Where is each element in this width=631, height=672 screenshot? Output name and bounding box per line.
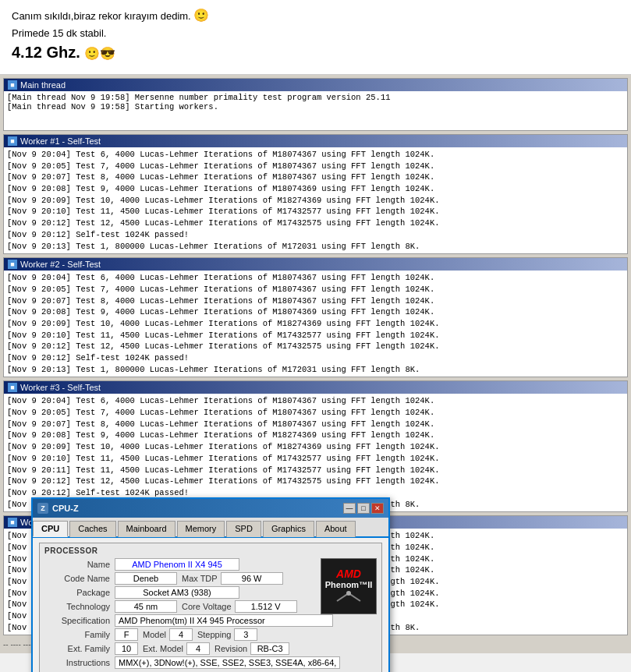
stepping-label: Stepping — [197, 630, 231, 639]
scroll-dots: -- ---- ---- — [3, 640, 34, 649]
worker-2-line: [Nov 9 20:10] Test 11, 4500 Lucas-Lehmer… — [7, 330, 624, 341]
worker-3-line: [Nov 9 20:04] Test 6, 4000 Lucas-Lehmer … — [7, 395, 624, 407]
blog-section: Canım sıkıldı,biraz rekor kırayım dedim.… — [0, 0, 631, 75]
worker-1-line: [Nov 9 20:12] Self-test 1024K passed! — [7, 229, 624, 241]
worker-2-line: [Nov 9 20:04] Test 6, 4000 Lucas-Lehmer … — [7, 272, 624, 284]
stepping-value: 3 — [234, 628, 257, 641]
worker-1-line: [Nov 9 20:12] Test 12, 4500 Lucas-Lehmer… — [7, 218, 624, 229]
worker-3-content: [Nov 9 20:04] Test 6, 4000 Lucas-Lehmer … — [4, 394, 627, 511]
main-thread-line-2: [Main thread Nov 9 19:58] Starting worke… — [7, 102, 624, 111]
worker-2-line: [Nov 9 20:07] Test 8, 4000 Lucas-Lehmer … — [7, 295, 624, 307]
core-voltage-label: Core Voltage — [182, 602, 232, 611]
worker-1-line: [Nov 9 20:05] Test 7, 4000 Lucas-Lehmer … — [7, 161, 624, 172]
tab-caches[interactable]: Caches — [69, 521, 115, 537]
codename-label: Code Name — [44, 574, 115, 583]
worker-2-line: [Nov 9 20:09] Test 10, 4000 Lucas-Lehmer… — [7, 318, 624, 330]
technology-label: Technology — [44, 602, 115, 611]
ghz-text: 4.12 Ghz. — [12, 44, 80, 61]
revision-label: Revision — [214, 644, 247, 653]
ext-model-value: 4 — [186, 642, 210, 655]
name-label: Name — [44, 560, 115, 569]
core-voltage-value: 1.512 V — [235, 600, 297, 613]
emoji-1: 🙂 — [193, 9, 209, 22]
worker-2-titlebar: ■ Worker #2 - Self-Test — [4, 258, 627, 271]
cpuz-icon: Z — [37, 503, 48, 514]
worker-3-line: [Nov 9 20:12] Test 12, 4500 Lucas-Lehmer… — [7, 476, 624, 487]
worker-1-box: ■ Worker #1 - Self-Test [Nov 9 20:04] Te… — [3, 134, 628, 254]
cpuz-tabs: CPU Caches Mainboard Memory SPD Graphics… — [33, 518, 388, 538]
close-button[interactable]: ✕ — [371, 503, 384, 514]
worker-3-titlebar: ■ Worker #3 - Self-Test — [4, 381, 627, 394]
worker-3-line: [Nov 9 20:11] Test 11, 4500 Lucas-Lehmer… — [7, 465, 624, 476]
worker-1-line: [Nov 9 20:04] Test 6, 4000 Lucas-Lehmer … — [7, 149, 624, 161]
worker-3-title: Worker #3 - Self-Test — [20, 383, 101, 392]
worker-2-line: [Nov 9 20:12] Self-test 1024K passed! — [7, 352, 624, 364]
processor-section: Processor Name AMD Phenom II X4 945 Code… — [39, 543, 382, 672]
worker-3-line: [Nov 9 20:08] Test 9, 4000 Lucas-Lehmer … — [7, 430, 624, 441]
blog-title: Canım sıkıldı,biraz rekor kırayım dedim.… — [12, 8, 619, 23]
worker-2-line: [Nov 9 20:08] Test 9, 4000 Lucas-Lehmer … — [7, 306, 624, 318]
worker-1-titlebar: ■ Worker #1 - Self-Test — [4, 135, 627, 147]
cpuz-window-controls[interactable]: — □ ✕ — [343, 503, 384, 514]
worker-1-icon: ■ — [8, 136, 17, 146]
main-thread-titlebar: ■ Main thread — [4, 79, 627, 91]
blog-subtitle: Primede 15 dk stabil. — [12, 27, 619, 39]
worker-3-box: ■ Worker #3 - Self-Test [Nov 9 20:04] Te… — [3, 380, 628, 512]
package-value: Socket AM3 (938) — [115, 586, 239, 599]
instructions-row: Instructions MMX(+), 3DNow!(+), SSE, SSE… — [44, 656, 377, 669]
family-value: F — [115, 628, 138, 641]
worker-1-line: [Nov 9 20:13] Test 1, 800000 Lucas-Lehme… — [7, 241, 624, 253]
main-thread-icon: ■ — [8, 80, 17, 90]
max-tdp-label: Max TDP — [182, 574, 218, 583]
cpuz-titlebar: Z CPU-Z — □ ✕ — [33, 499, 388, 518]
phenom-graphic — [333, 589, 364, 605]
worker-4-icon: ■ — [8, 518, 17, 527]
phenom-ii-text: Phenom™II — [325, 580, 373, 589]
codename-row: Code Name Deneb Max TDP 96 W — [44, 572, 314, 585]
name-value: AMD Phenom II X4 945 — [115, 558, 239, 571]
tab-graphics[interactable]: Graphics — [263, 521, 314, 537]
tab-mainboard[interactable]: Mainboard — [118, 521, 175, 537]
tab-memory[interactable]: Memory — [177, 521, 225, 537]
worker-1-line: [Nov 9 20:07] Test 8, 4000 Lucas-Lehmer … — [7, 172, 624, 183]
name-row: Name AMD Phenom II X4 945 — [44, 558, 314, 571]
cpuz-window: Z CPU-Z — □ ✕ CPU Caches Mainboard Memor… — [31, 497, 390, 672]
model-value: 4 — [169, 628, 193, 641]
codename-value: Deneb — [115, 572, 177, 585]
ext-family-label: Ext. Family — [44, 644, 115, 653]
tab-about[interactable]: About — [316, 521, 356, 537]
specification-value: AMD Phenom(tm) II X4 945 Processor — [115, 614, 333, 627]
tab-spd[interactable]: SPD — [226, 521, 261, 537]
worker-2-line: [Nov 9 20:13] Test 1, 800000 Lucas-Lehme… — [7, 364, 624, 376]
amd-logo: AMD Phenom™II — [321, 558, 377, 614]
specification-label: Specification — [44, 616, 115, 625]
svg-point-0 — [346, 591, 351, 596]
worker-2-line: [Nov 9 20:05] Test 7, 4000 Lucas-Lehmer … — [7, 284, 624, 295]
processor-header: Name AMD Phenom II X4 945 Code Name Dene… — [44, 558, 377, 614]
worker-2-icon: ■ — [8, 260, 17, 269]
ext-family-value: 10 — [115, 642, 138, 655]
worker-2-content: [Nov 9 20:04] Test 6, 4000 Lucas-Lehmer … — [4, 271, 627, 377]
blog-title-text: Canım sıkıldı,biraz rekor kırayım dedim. — [12, 10, 191, 22]
package-label: Package — [44, 588, 115, 597]
worker-1-line: [Nov 9 20:08] Test 9, 4000 Lucas-Lehmer … — [7, 183, 624, 195]
instructions-label: Instructions — [44, 658, 115, 667]
tech-row: Technology 45 nm Core Voltage 1.512 V — [44, 600, 314, 613]
tab-cpu[interactable]: CPU — [33, 521, 68, 537]
maximize-button[interactable]: □ — [357, 503, 370, 514]
cpuz-titlebar-left: Z CPU-Z — [37, 503, 79, 514]
main-thread-line-1: [Main thread Nov 9 19:58] Mersenne numbe… — [7, 93, 624, 102]
main-thread-box: ■ Main thread [Main thread Nov 9 19:58] … — [3, 78, 628, 131]
instructions-value: MMX(+), 3DNow!(+), SSE, SSE2, SSE3, SSE4… — [115, 656, 340, 669]
family-row: Family F Model 4 Stepping 3 — [44, 628, 377, 641]
specification-row: Specification AMD Phenom(tm) II X4 945 P… — [44, 614, 377, 627]
package-row: Package Socket AM3 (938) — [44, 586, 314, 599]
worker-3-line: [Nov 9 20:05] Test 7, 4000 Lucas-Lehmer … — [7, 407, 624, 419]
revision-value: RB-C3 — [250, 642, 289, 655]
worker-3-line: [Nov 9 20:10] Test 11, 4500 Lucas-Lehmer… — [7, 453, 624, 465]
worker-1-line: [Nov 9 20:09] Test 10, 4000 Lucas-Lehmer… — [7, 195, 624, 207]
minimize-button[interactable]: — — [343, 503, 356, 514]
worker-2-title: Worker #2 - Self-Test — [20, 260, 101, 269]
cpuz-title-text: CPU-Z — [52, 504, 79, 513]
worker-3-line: [Nov 9 20:09] Test 10, 4000 Lucas-Lehmer… — [7, 441, 624, 453]
